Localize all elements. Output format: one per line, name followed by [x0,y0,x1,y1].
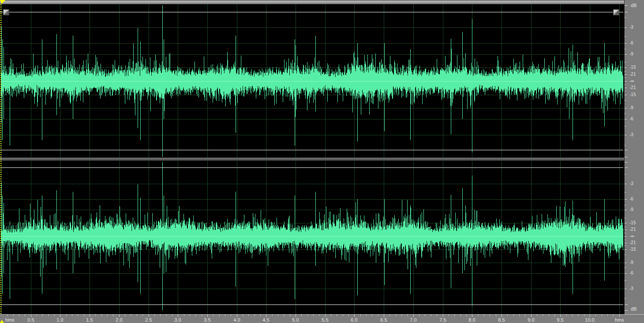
db-scale-tick [625,210,627,210]
time-ruler-label: 8.5 [498,317,505,323]
time-ruler-label: 10.0 [585,317,594,323]
db-scale-tick [625,78,626,78]
db-scale-tick [625,205,626,205]
db-scale-tick [625,223,627,223]
level-marker-handle-right[interactable] [613,9,619,15]
db-scale-label: -15 [629,65,636,70]
time-ruler-tick [90,315,90,317]
db-scale-tick [625,71,626,72]
playhead-marker-top[interactable] [0,0,5,4]
time-ruler-tick [354,315,355,317]
time-ruler-tick [237,315,237,317]
time-ruler-tick [190,315,190,316]
time-ruler-tick [202,315,202,316]
time-ruler-tick [184,315,184,316]
time-ruler-tick [13,315,14,316]
time-ruler-label: 5.0 [292,317,299,323]
db-scale-tick [625,240,626,240]
time-ruler-tick [613,315,614,316]
db-scale-tick [625,150,628,150]
db-scale-tick [625,17,626,18]
time-ruler-tick [248,315,249,316]
time-ruler-tick [389,315,390,316]
time-ruler-label: 4.0 [233,317,240,323]
time-ruler-tick [549,315,549,316]
waveform-display-area[interactable] [0,4,624,314]
time-ruler-label: 8.0 [468,317,475,323]
db-scale-label: -21 [629,85,636,90]
db-scale-tick [625,249,627,250]
time-ruler-tick [95,315,96,316]
time-ruler-tick [449,315,449,316]
time-ruler[interactable]: hms hms 0.51.01.52.02.53.03.54.04.55.05.… [0,314,644,323]
time-unit-label-left: hms [5,317,15,323]
db-scale-tick [625,304,628,305]
time-ruler-tick [178,315,178,317]
time-ruler-label: 6.5 [380,317,387,323]
time-ruler-tick [160,315,161,316]
time-ruler-tick [307,315,308,316]
time-ruler-tick [554,315,555,316]
time-ruler-tick [490,315,490,316]
db-scale-label: -6 [629,197,633,201]
time-ruler-tick [348,315,349,316]
db-scale-label: -3 [629,286,633,291]
time-ruler-tick [325,315,326,317]
db-scale-tick [625,267,626,268]
time-ruler-tick [431,315,431,316]
db-amplitude-ruler[interactable]: dB dB -3-3-6-6-9-9-15-15-21-21-∞-3-3-6-6… [624,0,644,314]
playback-cursor-line[interactable] [0,4,1,314]
playhead-marker-bottom[interactable] [0,320,4,323]
audio-editor-window: dB dB -3-3-6-6-9-9-15-15-21-21-∞-3-3-6-6… [0,0,644,323]
db-scale-tick [625,298,626,299]
time-ruler-tick [137,315,137,316]
level-marker-line-left-top[interactable] [0,12,623,12]
db-scale-tick [625,263,627,263]
db-scale-label: -9 [629,52,633,56]
time-ruler-tick [172,315,172,316]
time-ruler-tick [319,315,319,316]
time-ruler-tick [207,315,208,317]
channel-splitter[interactable] [0,158,624,161]
time-ruler-tick [525,315,525,316]
db-scale-label: -9 [629,106,633,110]
time-ruler-label: 2.5 [145,317,152,323]
time-ruler-tick [266,315,266,317]
db-scale-label: -15 [629,93,636,97]
db-scale-tick [625,273,627,274]
db-scale-label: -3 [629,25,633,30]
time-ruler-label: 9.0 [528,317,534,323]
time-ruler-tick [142,315,143,316]
time-ruler-tick [366,315,367,316]
level-marker-line-right-bottom[interactable] [0,304,623,305]
time-ruler-tick [578,315,578,316]
db-scale-tick [625,85,626,85]
time-ruler-tick [166,315,167,316]
db-scale-label: -6 [629,41,633,45]
db-scale-tick [625,5,628,6]
db-scale-tick [625,135,627,135]
time-ruler-tick [560,315,561,317]
db-scale-tick [625,192,626,193]
time-ruler-tick [60,315,60,317]
db-scale-tick [625,49,626,49]
time-ruler-tick [337,315,337,316]
db-scale-label: -3 [629,182,633,186]
time-ruler-tick [543,315,543,316]
time-ruler-label: 9.5 [557,317,563,323]
level-marker-line-left-bottom[interactable] [0,150,623,150]
db-scale-label: -9 [629,208,633,212]
db-scale-label: -∞ [629,79,634,83]
time-ruler-tick [19,315,19,316]
level-marker-handle-left[interactable] [3,9,9,15]
db-scale-tick [625,91,626,91]
db-scale-tick [625,174,626,174]
horizontal-scrollbar[interactable] [0,0,644,4]
time-ruler-label: 2.0 [116,317,122,323]
db-scale-label: -15 [629,247,636,252]
db-scale-label: -9 [629,260,633,265]
time-ruler-tick [219,315,220,316]
time-ruler-label: 1.5 [86,317,93,323]
db-scale-tick [625,167,628,168]
level-marker-line-right-top[interactable] [0,167,623,168]
